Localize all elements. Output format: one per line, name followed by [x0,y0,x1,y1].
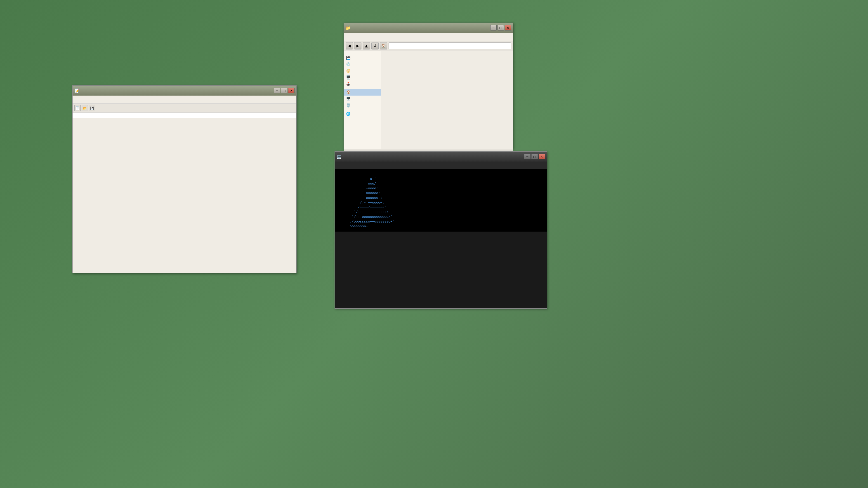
mousepad-window: 📝 ─ □ ✕ 📄 📂 💾 [72,86,297,273]
terminal-window: 💻 ─ □ ✕ . .o+` `ooo/ `+oooo: [335,151,547,308]
mousepad-toolbar: 📄 📂 💾 [72,104,296,113]
fm-menu-bearbeiten[interactable] [350,36,356,38]
mousepad-menu-dokument[interactable] [97,99,102,101]
term-menu-reiter[interactable] [355,165,360,166]
term-menu-datei[interactable] [336,165,340,166]
term-menu-bearbeiten[interactable] [341,165,345,166]
term-menu-terminal[interactable] [350,165,355,166]
terminal-titlebar[interactable]: 💻 ─ □ ✕ [335,152,547,162]
term-menu-hilfe[interactable] [361,165,365,166]
filemanager-content [381,51,513,149]
sidebar-item-netzwe[interactable]: 🌐 [344,110,381,117]
mousepad-menu-suchen[interactable] [85,99,91,101]
filemanager-sidebar: 💾 💿 📀 🖥️ 🕹️ [344,51,381,149]
filemanager-body: 💾 💿 📀 🖥️ 🕹️ [344,51,513,149]
mousepad-menubar [72,96,296,104]
mousepad-minimize[interactable]: ─ [274,88,280,93]
sidebar-item-papierk[interactable]: 🗑️ [344,102,381,109]
sidebar-icon-daten: 💿 [346,62,350,66]
fm-menu-datei[interactable] [345,36,350,38]
sidebar-icon-windo: 🖥️ [346,75,350,79]
mousepad-menu-ansicht[interactable] [91,99,96,101]
sidebar-icon-endea: 📀 [346,69,350,73]
toolbar-open[interactable]: 📂 [82,105,88,111]
filemanager-menubar [344,33,513,41]
filemanager-window: 📁 ─ □ ✕ ◀ ▶ ▲ ↺ 🏠 [344,23,513,149]
terminal-minimize[interactable]: ─ [524,154,530,159]
sidebar-section-orte [344,87,381,89]
toolbar-save[interactable]: 💾 [89,105,95,111]
mousepad-titlebar[interactable]: 📝 ─ □ ✕ [72,86,296,96]
fm-back[interactable]: ◀ [346,42,353,50]
fm-forward[interactable]: ▶ [354,42,362,50]
mousepad-maximize[interactable]: □ [281,88,287,93]
sidebar-icon-papierk: 🗑️ [346,103,350,107]
filemanager-close[interactable]: ✕ [505,25,511,31]
sidebar-item-dateisy[interactable]: 💾 [344,55,381,61]
toolbar-new[interactable]: 📄 [74,105,81,111]
mousepad-editor[interactable] [72,113,296,118]
sidebar-section-geraete [344,53,381,55]
fm-menu-ansicht[interactable] [356,36,362,38]
sidebar-icon-spiele: 🕹️ [346,82,350,86]
sidebar-icon-netzwe: 🌐 [346,111,350,116]
sidebar-icon-dateisy: 💾 [346,56,350,60]
sidebar-item-schreib[interactable]: 🖥️ [344,96,381,102]
fm-reload[interactable]: ↺ [371,42,379,50]
filemanager-maximize[interactable]: □ [498,25,504,31]
term-menu-ansicht[interactable] [346,165,350,166]
terminal-menubar [335,162,547,169]
sidebar-icon-schreib: 🖥️ [346,97,350,101]
terminal-close[interactable]: ✕ [539,154,545,159]
fm-up[interactable]: ▲ [363,42,370,50]
mousepad-menu-bearbeiten[interactable] [79,99,85,101]
mousepad-controls: ─ □ ✕ [274,88,294,93]
terminal-body[interactable]: . .o+` `ooo/ `+oooo: `+oooooo: -+oooooo+… [335,169,547,232]
desktop: 📝 ─ □ ✕ 📄 📂 💾 📁 [0,0,868,488]
mousepad-menu-datei[interactable] [73,99,79,101]
filemanager-minimize[interactable]: ─ [490,25,497,31]
fm-menu-hilfe[interactable] [368,36,374,38]
sidebar-section-netzwerk [344,109,381,110]
sidebar-item-pascal[interactable]: 🏠 [344,89,381,96]
mousepad-close[interactable]: ✕ [288,88,294,93]
fm-menu-gehen[interactable] [362,36,368,38]
terminal-ascii-art: . .o+` `ooo/ `+oooo: `+oooooo: -+oooooo+… [338,172,395,229]
filemanager-titlebar[interactable]: 📁 ─ □ ✕ [344,23,513,33]
sidebar-item-endea[interactable]: 📀 [344,68,381,74]
mousepad-menu-hilfe[interactable] [103,99,108,101]
sidebar-icon-pascal: 🏠 [346,90,350,94]
sidebar-item-spiele[interactable]: 🕹️ [344,80,381,87]
sidebar-item-windo[interactable]: 🖥️ [344,74,381,80]
filemanager-toolbar: ◀ ▶ ▲ ↺ 🏠 [344,41,513,51]
terminal-maximize[interactable]: □ [531,154,538,159]
sidebar-item-daten[interactable]: 💿 [344,61,381,68]
fm-home[interactable]: 🏠 [380,42,387,50]
filemanager-controls: ─ □ ✕ [490,25,511,31]
terminal-controls: ─ □ ✕ [524,154,545,159]
fm-addressbar[interactable] [389,42,511,49]
